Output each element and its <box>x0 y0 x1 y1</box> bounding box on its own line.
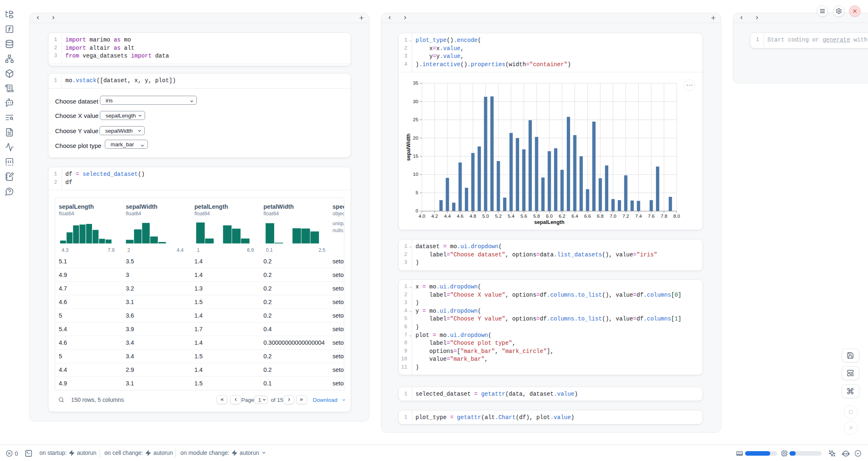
svg-text:7.6: 7.6 <box>648 214 655 219</box>
svg-text:6.8: 6.8 <box>597 214 604 219</box>
svg-text:7.4: 7.4 <box>635 214 642 219</box>
svg-text:8.0: 8.0 <box>674 214 680 219</box>
svg-text:35: 35 <box>413 81 418 85</box>
svg-text:5.8: 5.8 <box>533 214 540 219</box>
svg-text:5: 5 <box>416 190 418 195</box>
svg-text:6.0: 6.0 <box>546 214 553 219</box>
svg-text:sepalLength: sepalLength <box>534 219 565 225</box>
svg-text:10: 10 <box>413 172 418 177</box>
svg-text:5.6: 5.6 <box>521 214 527 219</box>
svg-text:5.4: 5.4 <box>508 214 515 219</box>
svg-text:7.0: 7.0 <box>610 214 616 219</box>
svg-text:4.4: 4.4 <box>444 214 451 219</box>
svg-text:4.2: 4.2 <box>432 214 438 219</box>
svg-text:0: 0 <box>416 208 418 213</box>
svg-text:30: 30 <box>413 99 418 104</box>
svg-text:4.0: 4.0 <box>419 214 425 219</box>
svg-text:7.8: 7.8 <box>661 214 667 219</box>
svg-text:25: 25 <box>413 117 418 122</box>
svg-text:5.0: 5.0 <box>482 214 489 219</box>
svg-text:15: 15 <box>413 154 418 159</box>
svg-text:6.2: 6.2 <box>559 214 566 219</box>
svg-text:6.6: 6.6 <box>584 214 591 219</box>
svg-text:7.2: 7.2 <box>623 214 629 219</box>
svg-text:sepalWidth: sepalWidth <box>406 134 411 161</box>
svg-text:4.6: 4.6 <box>457 214 464 219</box>
svg-text:20: 20 <box>413 136 418 141</box>
svg-text:6.4: 6.4 <box>572 214 579 219</box>
svg-text:4.8: 4.8 <box>470 214 476 219</box>
svg-text:5.2: 5.2 <box>495 214 502 219</box>
